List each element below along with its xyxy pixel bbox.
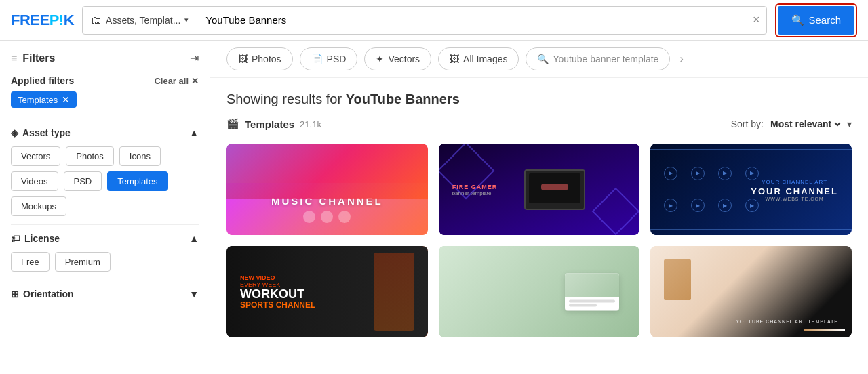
search-bar: 🗂 Assets, Templat... ▾ × bbox=[82, 6, 767, 35]
subnav-arrow-icon[interactable]: › bbox=[679, 53, 683, 65]
asset-type-label: ◈ Asset type bbox=[11, 127, 71, 138]
photos-icon: 🖼 bbox=[238, 54, 248, 64]
chevron-up-icon-license: ▲ bbox=[189, 233, 199, 244]
image-card[interactable]: NEW VIDEO EVERY WEEK WORKOUT SPORTS CHAN… bbox=[226, 246, 428, 337]
subnav-vectors[interactable]: ✦ Vectors bbox=[364, 47, 431, 70]
search-button-wrapper: 🔍 Search bbox=[775, 3, 857, 37]
filter-tag-templates: Templates ✕ bbox=[11, 91, 77, 108]
license-label: 🏷 License bbox=[11, 233, 60, 244]
clear-all-button[interactable]: Clear all ✕ bbox=[154, 76, 199, 86]
asset-btn-videos[interactable]: Videos bbox=[11, 171, 58, 191]
asset-btn-icons[interactable]: Icons bbox=[119, 146, 161, 166]
templates-section-icon: 🎬 bbox=[226, 118, 239, 130]
results-meta: 🎬 Templates 21.1k Sort by: Most relevant… bbox=[226, 118, 852, 130]
vectors-icon: ✦ bbox=[376, 54, 384, 64]
search-subnav-icon: 🔍 bbox=[537, 54, 549, 64]
asset-btn-vectors[interactable]: Vectors bbox=[11, 146, 60, 166]
results-heading: Showing results for YouTube Banners bbox=[226, 91, 852, 107]
image-card[interactable]: FIRE GAMER banner template bbox=[439, 144, 640, 235]
all-images-icon: 🖼 bbox=[450, 54, 459, 64]
image-card[interactable]: YOUTUBE CHANNEL ART TEMPLATE bbox=[650, 246, 852, 337]
psd-icon: 📄 bbox=[311, 54, 323, 64]
image-card[interactable]: ▶ ▶ ▶ ▶ ▶ ▶ ▶ ▶ bbox=[650, 144, 852, 235]
results-count-badge: 21.1k bbox=[300, 119, 321, 129]
chevron-up-icon: ▲ bbox=[189, 127, 199, 138]
tag-icon: 🏷 bbox=[11, 233, 20, 244]
sidebar-collapse-icon[interactable]: ⇥ bbox=[190, 51, 199, 64]
content-area: 🖼 Photos 📄 PSD ✦ Vectors 🖼 All Images 🔍 bbox=[210, 41, 868, 374]
subnav-psd[interactable]: 📄 PSD bbox=[300, 47, 358, 70]
orientation-section-header[interactable]: ⊞ Orientation ▼ bbox=[11, 280, 199, 308]
results-count: 🎬 Templates 21.1k bbox=[226, 118, 321, 130]
subnav-photos[interactable]: 🖼 Photos bbox=[226, 47, 293, 70]
chevron-down-icon-orientation: ▼ bbox=[189, 289, 199, 299]
chevron-down-icon: ▾ bbox=[184, 16, 189, 24]
license-btn-premium[interactable]: Premium bbox=[55, 252, 111, 272]
orientation-icon: ⊞ bbox=[11, 289, 19, 299]
results-area: Showing results for YouTube Banners 🎬 Te… bbox=[210, 78, 868, 351]
license-section-header[interactable]: 🏷 License ▲ bbox=[11, 224, 199, 252]
sort-select[interactable]: Most relevant Most recent Most popular bbox=[768, 118, 843, 130]
sidebar-header: ≡ Filters ⇥ bbox=[11, 51, 199, 64]
asset-type-options: Vectors Photos Icons Videos PSD Template… bbox=[11, 146, 199, 224]
sidebar: ≡ Filters ⇥ Applied filters Clear all ✕ … bbox=[0, 41, 210, 374]
image-grid: MUSIC CHANNEL bbox=[226, 144, 852, 337]
search-input[interactable] bbox=[197, 7, 746, 34]
image-card[interactable] bbox=[439, 246, 640, 337]
filter-tag-label: Templates bbox=[18, 95, 58, 105]
search-type-selector[interactable]: 🗂 Assets, Templat... ▾ bbox=[83, 7, 197, 34]
header: FREEP!K 🗂 Assets, Templat... ▾ × 🔍 Searc… bbox=[0, 0, 868, 41]
asset-btn-photos[interactable]: Photos bbox=[66, 146, 113, 166]
logo[interactable]: FREEP!K bbox=[11, 12, 74, 29]
applied-filters-section: Applied filters Clear all ✕ Templates ✕ bbox=[11, 75, 199, 119]
search-button-label: Search bbox=[808, 14, 841, 26]
subnav: 🖼 Photos 📄 PSD ✦ Vectors 🖼 All Images 🔍 bbox=[210, 41, 868, 78]
orientation-label: ⊞ Orientation bbox=[11, 289, 74, 299]
sort-chevron-icon: ▾ bbox=[847, 119, 852, 129]
asset-btn-psd[interactable]: PSD bbox=[64, 171, 102, 191]
assets-icon: 🗂 bbox=[91, 14, 102, 26]
sort-bar: Sort by: Most relevant Most recent Most … bbox=[731, 118, 852, 130]
asset-btn-templates[interactable]: Templates bbox=[107, 171, 167, 191]
filter-tag-close-icon[interactable]: ✕ bbox=[62, 94, 70, 105]
subnav-search-item[interactable]: 🔍 Youtube banner template bbox=[526, 47, 670, 70]
sidebar-title: ≡ Filters bbox=[11, 52, 55, 64]
card-overlay: MUSIC CHANNEL bbox=[226, 144, 428, 235]
subnav-all-images[interactable]: 🖼 All Images bbox=[438, 47, 519, 70]
main-body: ≡ Filters ⇥ Applied filters Clear all ✕ … bbox=[0, 41, 868, 374]
image-card[interactable]: MUSIC CHANNEL bbox=[226, 144, 428, 235]
license-options: Free Premium bbox=[11, 252, 199, 280]
search-type-label: Assets, Templat... bbox=[106, 15, 180, 26]
close-icon: ✕ bbox=[191, 76, 199, 86]
asset-btn-mockups[interactable]: Mockups bbox=[11, 196, 66, 216]
diamond-icon: ◈ bbox=[11, 127, 18, 138]
filter-icon: ≡ bbox=[11, 52, 17, 64]
search-button[interactable]: 🔍 Search bbox=[778, 6, 854, 35]
license-btn-free[interactable]: Free bbox=[11, 252, 50, 272]
applied-filters-label: Applied filters Clear all ✕ bbox=[11, 75, 199, 86]
search-icon: 🔍 bbox=[791, 14, 804, 26]
clear-search-icon[interactable]: × bbox=[746, 13, 767, 27]
asset-type-section-header[interactable]: ◈ Asset type ▲ bbox=[11, 119, 199, 146]
